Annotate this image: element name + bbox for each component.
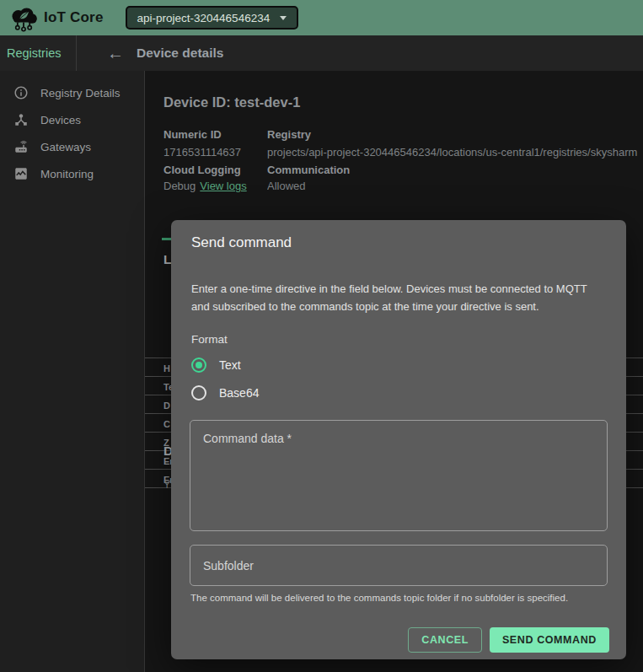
top-app-bar: IoT Core api-project-320446546234 — [0, 0, 643, 35]
app-name: IoT Core — [44, 9, 104, 26]
subfolder-input[interactable] — [190, 545, 608, 586]
radio-selected-icon — [191, 358, 206, 373]
view-logs-link[interactable]: View logs — [200, 180, 246, 192]
registries-link[interactable]: Registries — [7, 46, 61, 60]
command-data-textarea[interactable] — [190, 420, 608, 531]
iot-core-cloud-icon — [8, 4, 39, 33]
sidebar-item-monitoring[interactable]: Monitoring — [0, 160, 144, 187]
dialog-actions: CANCEL SEND COMMAND — [408, 627, 609, 653]
project-selector[interactable]: api-project-320446546234 — [126, 6, 299, 30]
info-field-label: Numeric ID — [163, 128, 222, 141]
dialog-title: Send command — [191, 234, 292, 251]
device-hub-icon — [13, 112, 29, 127]
info-icon — [13, 85, 29, 100]
info-field-value: 1716531114637 — [163, 146, 241, 159]
page-title: Device details — [137, 46, 223, 61]
cancel-button[interactable]: CANCEL — [408, 627, 482, 653]
sidebar: Registry Details Devices Gateways Monito… — [0, 71, 145, 672]
radio-unselected-icon — [191, 385, 206, 401]
caret-down-icon — [280, 16, 287, 20]
info-field-value: projects/api-project-320446546234/locati… — [267, 146, 643, 159]
format-label: Format — [191, 333, 228, 346]
radio-label: Base64 — [219, 386, 259, 400]
subfolder-helper-text: The command will be delivered to the com… — [190, 593, 568, 603]
router-icon — [13, 139, 29, 154]
paragraph-fragment: Y — [163, 479, 170, 491]
sidebar-item-registry-details[interactable]: Registry Details — [0, 79, 144, 106]
sidebar-item-label: Devices — [40, 114, 81, 126]
sidebar-item-label: Registry Details — [40, 87, 121, 99]
info-field-value: Allowed — [267, 180, 306, 192]
info-field-label: Cloud Logging — [163, 164, 241, 176]
device-id-title: Device ID: test-dev-1 — [163, 94, 300, 110]
radio-label: Text — [219, 358, 241, 372]
monitoring-icon — [13, 166, 29, 181]
nav-divider — [76, 35, 77, 71]
dialog-description: Enter a one-time directive in the field … — [191, 281, 608, 316]
radio-option-text[interactable]: Text — [191, 358, 241, 373]
secondary-nav-bar: Registries ← Device details — [0, 35, 643, 71]
sidebar-item-label: Monitoring — [40, 168, 94, 180]
send-command-button[interactable]: SEND COMMAND — [490, 627, 609, 653]
sidebar-item-devices[interactable]: Devices — [0, 106, 144, 133]
info-field-label: Communication — [267, 164, 350, 176]
info-field-value: DebugView logs — [163, 180, 247, 192]
sidebar-item-gateways[interactable]: Gateways — [0, 133, 144, 160]
sidebar-item-label: Gateways — [40, 141, 91, 153]
radio-option-base64[interactable]: Base64 — [191, 385, 259, 401]
back-arrow-icon[interactable]: ← — [107, 45, 124, 62]
project-selector-value: api-project-320446546234 — [137, 12, 271, 24]
send-command-dialog: Send command Enter a one-time directive … — [171, 220, 626, 659]
info-field-label: Registry — [267, 128, 311, 141]
